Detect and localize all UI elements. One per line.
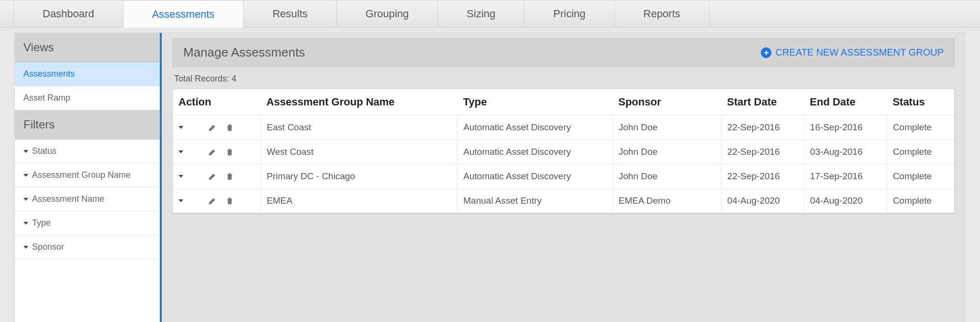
tab-label: Results <box>272 8 307 20</box>
cell-status: Complete <box>887 115 954 140</box>
add-icon[interactable] <box>190 196 200 206</box>
filter-label: Assessment Group Name <box>32 170 131 180</box>
cell-end: 04-Aug-2020 <box>804 189 887 213</box>
cell-type: Automatic Asset Discovery <box>457 115 612 140</box>
edit-icon[interactable] <box>207 122 218 133</box>
col-action: Action <box>173 89 261 115</box>
chevron-down-icon <box>23 150 28 153</box>
cell-name: West Coast <box>261 140 457 164</box>
tab-sizing[interactable]: Sizing <box>438 0 524 27</box>
tab-results[interactable]: Results <box>244 0 336 27</box>
tab-assessments[interactable]: Assessments <box>123 1 244 28</box>
cell-start: 22-Sep-2016 <box>721 115 804 140</box>
cell-sponsor: John Doe <box>612 115 721 140</box>
tab-label: Reports <box>644 8 680 20</box>
chevron-down-icon <box>23 222 28 225</box>
filter-label: Sponsor <box>32 242 64 252</box>
views-header: Views <box>15 33 160 62</box>
filter-label: Assessment Name <box>32 194 104 204</box>
col-end: End Date <box>804 89 887 115</box>
cell-status: Complete <box>887 189 954 213</box>
col-status: Status <box>887 89 954 115</box>
cell-end: 03-Aug-2016 <box>804 140 887 164</box>
expand-icon[interactable] <box>178 199 183 202</box>
table-row: Primary DC - ChicagoAutomatic Asset Disc… <box>173 164 954 189</box>
chevron-down-icon <box>23 174 28 177</box>
cell-type: Automatic Asset Discovery <box>457 140 612 164</box>
sidebar: Views Assessments Asset Ramp Filters Sta… <box>14 33 162 322</box>
top-nav: Dashboard Assessments Results Grouping S… <box>0 0 980 28</box>
cell-action <box>173 164 261 189</box>
cell-sponsor: EMEA Demo <box>612 189 721 213</box>
tab-reports[interactable]: Reports <box>615 0 710 27</box>
chevron-down-icon <box>23 246 28 249</box>
create-assessment-group-button[interactable]: + CREATE NEW ASSESSMENT GROUP <box>761 47 944 58</box>
expand-icon[interactable] <box>178 150 183 153</box>
expand-icon[interactable] <box>178 126 183 129</box>
cell-end: 16-Sep-2016 <box>804 115 887 140</box>
filter-label: Status <box>32 146 56 156</box>
cell-status: Complete <box>887 140 954 164</box>
create-button-label: CREATE NEW ASSESSMENT GROUP <box>775 47 944 58</box>
assessment-table: Action Assessment Group Name Type Sponso… <box>172 89 955 214</box>
tab-dashboard[interactable]: Dashboard <box>13 0 123 27</box>
cell-name: EMEA <box>261 189 457 213</box>
tab-label: Grouping <box>366 8 409 20</box>
col-sponsor: Sponsor <box>612 89 721 115</box>
total-records: Total Records: 4 <box>172 67 955 89</box>
filter-label: Type <box>32 218 51 228</box>
chevron-down-icon <box>23 198 28 201</box>
cell-name: Primary DC - Chicago <box>261 164 457 189</box>
add-icon[interactable] <box>190 147 200 157</box>
page-header: Manage Assessments + CREATE NEW ASSESSME… <box>172 38 955 67</box>
plus-circle-icon: + <box>761 47 771 58</box>
cell-status: Complete <box>887 164 954 189</box>
table-header-row: Action Assessment Group Name Type Sponso… <box>173 89 954 115</box>
table-row: East CoastAutomatic Asset DiscoveryJohn … <box>173 115 954 140</box>
filter-sponsor[interactable]: Sponsor <box>15 235 160 259</box>
view-item-assessments[interactable]: Assessments <box>15 62 160 86</box>
cell-action <box>173 189 261 213</box>
delete-icon[interactable] <box>224 122 235 133</box>
cell-sponsor: John Doe <box>612 164 721 189</box>
filter-type[interactable]: Type <box>15 211 160 235</box>
cell-name: East Coast <box>261 115 457 140</box>
delete-icon[interactable] <box>224 196 235 206</box>
cell-start: 04-Aug-2020 <box>721 189 804 213</box>
cell-type: Automatic Asset Discovery <box>457 164 612 189</box>
cell-type: Manual Asset Entry <box>457 189 612 213</box>
col-name: Assessment Group Name <box>261 89 457 115</box>
table-row: West CoastAutomatic Asset DiscoveryJohn … <box>173 140 954 164</box>
add-icon[interactable] <box>190 122 200 133</box>
tab-label: Sizing <box>467 8 495 20</box>
expand-icon[interactable] <box>178 175 183 178</box>
tab-grouping[interactable]: Grouping <box>337 0 438 27</box>
cell-start: 22-Sep-2016 <box>721 164 804 189</box>
view-item-label: Assessments <box>23 69 75 79</box>
add-icon[interactable] <box>190 171 200 182</box>
tab-pricing[interactable]: Pricing <box>524 0 614 27</box>
col-type: Type <box>457 89 612 115</box>
view-item-asset-ramp[interactable]: Asset Ramp <box>15 86 160 110</box>
content: Manage Assessments + CREATE NEW ASSESSME… <box>162 33 966 322</box>
table-row: EMEAManual Asset EntryEMEA Demo04-Aug-20… <box>173 189 954 213</box>
view-item-label: Asset Ramp <box>23 93 70 103</box>
filter-assessment-group-name[interactable]: Assessment Group Name <box>15 163 160 187</box>
cell-action <box>173 140 261 164</box>
edit-icon[interactable] <box>207 147 218 157</box>
cell-action <box>173 115 261 140</box>
filters-header: Filters <box>15 110 160 139</box>
delete-icon[interactable] <box>224 171 235 182</box>
tab-label: Dashboard <box>43 8 94 20</box>
tab-label: Assessments <box>152 8 215 21</box>
cell-sponsor: John Doe <box>612 140 721 164</box>
tab-label: Pricing <box>553 8 585 20</box>
page-title: Manage Assessments <box>183 45 305 60</box>
delete-icon[interactable] <box>224 147 235 157</box>
filter-status[interactable]: Status <box>15 139 160 163</box>
edit-icon[interactable] <box>207 171 218 182</box>
cell-start: 22-Sep-2016 <box>721 140 804 164</box>
col-start: Start Date <box>721 89 804 115</box>
edit-icon[interactable] <box>207 196 218 206</box>
filter-assessment-name[interactable]: Assessment Name <box>15 187 160 211</box>
